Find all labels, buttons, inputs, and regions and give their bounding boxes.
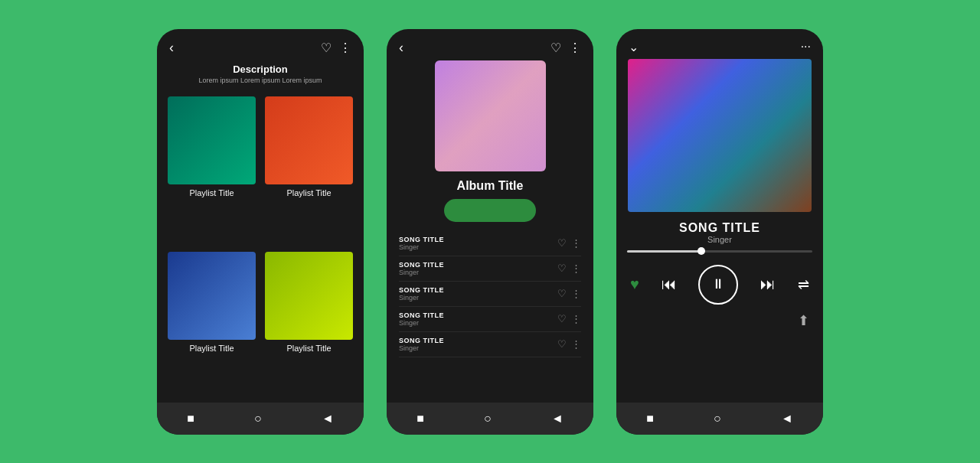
player-next-icon[interactable]: ⏭ — [760, 276, 776, 293]
playlist-thumb-blue — [168, 252, 256, 340]
song-heart-icon-1[interactable]: ♡ — [557, 262, 567, 274]
phone3-dots-icon[interactable]: ··· — [801, 40, 811, 54]
playlist-card-3[interactable]: Playlist Title — [265, 252, 353, 398]
song-singer-4: Singer — [399, 344, 444, 352]
phone1-description: Description Lorem ipsum Lorem ipsum Lore… — [157, 60, 364, 92]
song-info-1: SONG TITLE Singer — [399, 261, 444, 276]
song-dots-icon-2[interactable]: ⋮ — [571, 288, 581, 299]
song-controls-2: ♡ ⋮ — [557, 288, 581, 299]
song-item-4: SONG TITLE Singer ♡ ⋮ — [399, 332, 581, 357]
dots-icon[interactable]: ⋮ — [339, 41, 351, 55]
song-info-4: SONG TITLE Singer — [399, 337, 444, 352]
song-controls-1: ♡ ⋮ — [557, 262, 581, 274]
player-prev-icon[interactable]: ⏮ — [662, 276, 677, 293]
phone2-header: ‹ ♡ ⋮ — [387, 29, 593, 60]
phone2-heart-icon[interactable]: ♡ — [550, 41, 561, 55]
phone1-nav: ■ ○ ◄ — [157, 403, 364, 435]
phone2-content: Album Title SONG TITLE Singer ♡ ⋮ SONG T… — [387, 60, 593, 403]
song-singer-3: Singer — [399, 319, 444, 327]
playlist-thumb-orange — [265, 96, 353, 184]
song-controls-0: ♡ ⋮ — [557, 237, 581, 249]
song-singer-2: Singer — [399, 294, 444, 302]
phone3-nav-back-icon[interactable]: ◄ — [781, 412, 793, 426]
playlist-card-1[interactable]: Playlist Title — [265, 96, 353, 243]
phone3-nav-home-icon[interactable]: ○ — [714, 412, 721, 426]
playlist-card-0[interactable]: Playlist Title — [168, 96, 256, 243]
song-item-3: SONG TITLE Singer ♡ ⋮ — [399, 307, 581, 332]
description-subtitle: Lorem ipsum Lorem ipsum Lorem ipsum — [165, 77, 356, 84]
player-heart-icon[interactable]: ♥ — [630, 276, 639, 293]
heart-icon[interactable]: ♡ — [321, 41, 332, 55]
song-info-3: SONG TITLE Singer — [399, 311, 444, 327]
phone3-header-icons: ··· — [801, 40, 811, 54]
player-pause-button[interactable]: ⏸ — [698, 265, 738, 305]
player-singer: Singer — [707, 235, 732, 244]
phone-album: ‹ ♡ ⋮ Album Title SONG TITLE Singer ♡ ⋮ — [387, 29, 593, 435]
phone3-header: ⌄ ··· — [616, 29, 823, 59]
pause-icon: ⏸ — [711, 276, 725, 292]
song-title-4: SONG TITLE — [399, 337, 444, 344]
phones-container: ‹ ♡ ⋮ Description Lorem ipsum Lorem ipsu… — [157, 29, 823, 435]
song-dots-icon-0[interactable]: ⋮ — [571, 237, 581, 249]
phone2-header-icons: ♡ ⋮ — [550, 41, 581, 55]
playlist-card-2[interactable]: Playlist Title — [168, 252, 256, 398]
song-title-2: SONG TITLE — [399, 286, 444, 294]
nav-back-icon[interactable]: ◄ — [322, 412, 334, 426]
album-title: Album Title — [457, 179, 524, 193]
phone1-header: ‹ ♡ ⋮ — [157, 29, 364, 60]
song-controls-4: ♡ ⋮ — [557, 338, 581, 350]
song-heart-icon-4[interactable]: ♡ — [557, 338, 567, 350]
player-album-art — [628, 59, 812, 212]
playlist-label-2: Playlist Title — [189, 344, 234, 353]
playlist-grid: Playlist Title Playlist Title Playlist T… — [157, 92, 364, 403]
phone3-nav: ■ ○ ◄ — [616, 403, 823, 435]
song-item-0: SONG TITLE Singer ♡ ⋮ — [399, 231, 581, 256]
nav-stop-icon[interactable]: ■ — [187, 412, 194, 426]
song-heart-icon-2[interactable]: ♡ — [557, 288, 567, 299]
progress-thumb — [697, 247, 705, 255]
song-title-0: SONG TITLE — [399, 236, 444, 243]
playlist-thumb-yellow — [265, 252, 353, 340]
progress-fill — [627, 250, 701, 253]
phone2-back-icon[interactable]: ‹ — [399, 40, 403, 56]
song-item-1: SONG TITLE Singer ♡ ⋮ — [399, 256, 581, 282]
phone1-header-icons: ♡ ⋮ — [321, 41, 351, 55]
song-item-2: SONG TITLE Singer ♡ ⋮ — [399, 282, 581, 307]
chevron-down-icon[interactable]: ⌄ — [629, 40, 639, 54]
back-icon[interactable]: ‹ — [169, 40, 174, 56]
song-info-2: SONG TITLE Singer — [399, 286, 444, 302]
phone-player: ⌄ ··· SONG TITLE Singer ♥ ⏮ ⏸ ⏭ ⇌ — [616, 29, 823, 435]
playlist-label-3: Playlist Title — [286, 344, 331, 353]
phone2-nav-stop-icon[interactable]: ■ — [416, 412, 424, 426]
play-button[interactable] — [444, 199, 536, 222]
phone2-dots-icon[interactable]: ⋮ — [569, 41, 581, 55]
phone-playlist: ‹ ♡ ⋮ Description Lorem ipsum Lorem ipsu… — [157, 29, 364, 435]
song-title-3: SONG TITLE — [399, 311, 444, 319]
progress-bar[interactable] — [627, 250, 812, 253]
description-title: Description — [165, 64, 356, 75]
playlist-thumb-teal — [168, 96, 256, 184]
song-heart-icon-3[interactable]: ♡ — [557, 313, 567, 324]
phone2-nav: ■ ○ ◄ — [387, 403, 593, 435]
phone2-nav-home-icon[interactable]: ○ — [484, 412, 492, 426]
upload-icon[interactable]: ⬆ — [798, 312, 809, 329]
song-dots-icon-4[interactable]: ⋮ — [571, 338, 581, 350]
song-heart-icon-0[interactable]: ♡ — [557, 237, 567, 249]
song-controls-3: ♡ ⋮ — [557, 313, 581, 324]
phone3-nav-stop-icon[interactable]: ■ — [646, 412, 654, 426]
playlist-label-0: Playlist Title — [189, 188, 234, 197]
player-controls: ♥ ⏮ ⏸ ⏭ ⇌ — [627, 265, 812, 305]
song-dots-icon-3[interactable]: ⋮ — [571, 313, 581, 324]
playlist-label-1: Playlist Title — [286, 188, 331, 197]
player-song-title: SONG TITLE — [679, 221, 760, 235]
upload-area: ⬆ — [627, 312, 812, 329]
player-shuffle-icon[interactable]: ⇌ — [798, 276, 809, 293]
song-info-0: SONG TITLE Singer — [399, 236, 444, 251]
nav-home-icon[interactable]: ○ — [254, 412, 262, 426]
album-art — [435, 60, 546, 171]
song-dots-icon-1[interactable]: ⋮ — [571, 262, 581, 274]
song-title-1: SONG TITLE — [399, 261, 444, 269]
song-singer-1: Singer — [399, 269, 444, 276]
phone3-content: SONG TITLE Singer ♥ ⏮ ⏸ ⏭ ⇌ ⬆ — [616, 59, 823, 403]
phone2-nav-back-icon[interactable]: ◄ — [551, 412, 564, 426]
